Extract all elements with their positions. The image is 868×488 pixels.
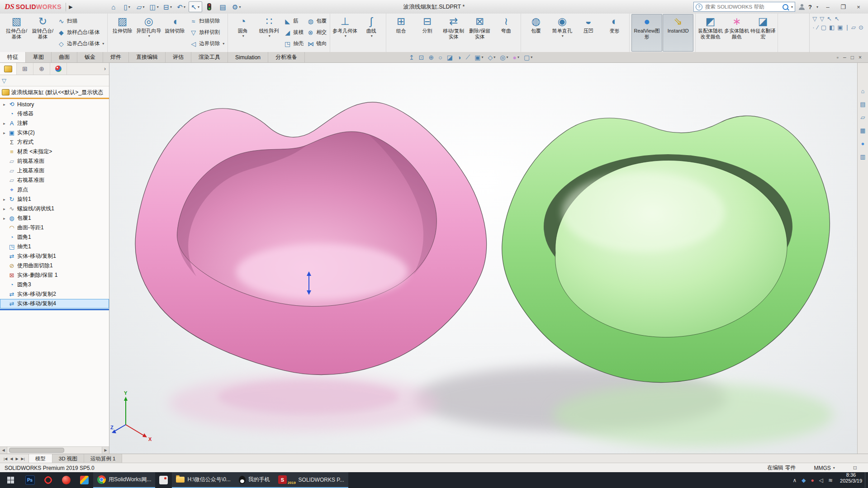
search-input[interactable] [704, 4, 781, 10]
dropdown-caret-icon[interactable]: ▾ [157, 5, 159, 9]
lofted-cut-button[interactable]: ▽放样切割 [188, 27, 226, 38]
shell-button[interactable]: ◳抽壳 [282, 38, 305, 49]
filter-clear-icon[interactable]: ▽ [812, 15, 817, 22]
viewport-canvas[interactable]: Y X Z [109, 63, 857, 454]
dropdown-caret-icon[interactable]: ▾ [269, 34, 270, 38]
draft-button[interactable]: ◢拔模 [282, 27, 305, 38]
ribbon-tab[interactable]: 草图 [26, 52, 52, 62]
green-ashtray-model[interactable] [502, 116, 830, 382]
close-button[interactable]: × [853, 4, 864, 10]
panel-horizontal-scrollbar[interactable]: ◀ ▶ [0, 446, 109, 454]
search-options-caret-icon[interactable]: ▾ [791, 5, 793, 9]
dropdown-caret-icon[interactable]: ▾ [493, 55, 495, 59]
security-icon[interactable]: ◆ [802, 477, 806, 483]
curves-button[interactable]: ∫曲线▾ [358, 14, 384, 52]
custom-properties-icon[interactable]: ▥ [860, 153, 865, 160]
select-cursor-button[interactable]: ↖▾ [189, 1, 202, 12]
revolved-boss-button[interactable]: ↻旋转凸台/基体 [30, 14, 56, 52]
previous-tab-icon[interactable]: ◀ [9, 457, 14, 461]
revolved-cut-button[interactable]: ◖旋转切除 [162, 14, 188, 52]
select-cursor-icon[interactable]: ↖ [827, 15, 832, 22]
dropdown-caret-icon[interactable]: ▾ [562, 34, 564, 38]
chrome-window-button[interactable]: 用SolidWorks网... [93, 472, 155, 488]
next-tab-icon[interactable]: ▶ [14, 457, 19, 461]
property-manager-tab-button[interactable]: ⊞ [17, 63, 33, 75]
freeze-bar[interactable] [0, 98, 109, 99]
volume-icon[interactable]: ◁ [819, 477, 823, 483]
filter-vertices-icon[interactable]: · [812, 24, 814, 31]
filter-axis-icon[interactable]: ∣ [846, 24, 849, 31]
document-tab[interactable]: 模型 [29, 454, 52, 463]
dropdown-caret-icon[interactable]: ▾ [102, 42, 104, 46]
expand-arrow-icon[interactable]: ▸ [1, 102, 8, 107]
scroll-right-icon[interactable]: ▶ [102, 447, 109, 454]
tree-item[interactable]: ⌖原点 [0, 185, 109, 194]
search-icon[interactable] [783, 4, 788, 10]
doc-close-button[interactable]: × [859, 54, 862, 61]
doc-minimize-button[interactable]: – [843, 54, 846, 61]
ribbon-tab[interactable]: Simulation [228, 52, 268, 62]
design-library-icon[interactable]: ▤ [860, 101, 865, 108]
wrap-button[interactable]: ◍包覆 [305, 15, 328, 27]
tree-item[interactable]: ▱前视基准面 [0, 156, 109, 166]
tree-item[interactable]: ◳抽壳1 [0, 242, 109, 251]
magnifier-button[interactable]: ○ [438, 54, 442, 61]
tree-item[interactable]: ◔传感器 [0, 109, 109, 118]
lofted-boss-button[interactable]: ◆放样凸台/基体 [56, 27, 105, 38]
help-search-box[interactable]: ? ▾ [693, 2, 795, 12]
tree-item[interactable]: ▱上视基准面 [0, 166, 109, 175]
dynamic-annotation-button[interactable]: ◑ [457, 54, 461, 61]
media-player-button[interactable] [39, 472, 57, 488]
tag-icon[interactable]: ⊡ [853, 465, 857, 471]
tree-item[interactable]: ▸▣实体(2) [0, 128, 109, 137]
new-file-button[interactable]: ▯▾ [121, 2, 133, 12]
tree-item[interactable]: ⊠实体-删除/保留 1 [0, 270, 109, 280]
dropdown-caret-icon[interactable]: ▾ [239, 5, 241, 9]
dropdown-caret-icon[interactable]: ▾ [198, 5, 199, 9]
tree-item[interactable]: ▸↻旋转1 [0, 194, 109, 204]
messaging-icon[interactable]: ● [811, 477, 814, 483]
extruded-cut-button[interactable]: ▨拉伸切除 [109, 14, 135, 52]
print-button[interactable]: ⊟▾ [161, 2, 174, 12]
tree-item[interactable]: ▸A注解 [0, 118, 109, 128]
feature-name-translate-macro-button[interactable]: ◪特征名翻译宏 [750, 14, 776, 52]
extruded-boss-button[interactable]: ▧拉伸凸台/基体 [4, 14, 29, 52]
ribbon-tab[interactable]: 评估 [166, 52, 191, 62]
file-explorer-icon[interactable]: ▱ [861, 114, 865, 121]
scroll-left-icon[interactable]: ◀ [0, 447, 7, 454]
tree-item[interactable]: ⇄实体-移动/复制4 [0, 299, 109, 308]
help-button[interactable]: ? [808, 4, 812, 10]
ribbon-tab[interactable]: 特征 [0, 52, 26, 62]
dock-window-button[interactable]: ▫ [837, 54, 839, 61]
tree-filter-row[interactable]: ▽ [0, 75, 109, 86]
edit-appearance-button[interactable]: ⟋ [465, 53, 470, 61]
resources-home-icon[interactable]: ⌂ [861, 88, 865, 95]
tree-item[interactable]: ▸∿螺旋线/涡状线1 [0, 204, 109, 213]
dropdown-caret-icon[interactable]: ▾ [128, 5, 130, 9]
hole-wizard-button[interactable]: ◎异型孔向导▾ [136, 14, 161, 52]
zoom-to-fit-button[interactable]: ↥ [409, 54, 414, 61]
configuration-manager-tab-button[interactable]: ⊕ [33, 63, 50, 75]
zoom-to-area-button[interactable]: ⊡ [419, 54, 424, 61]
lasso-selection-icon[interactable]: ↖ [835, 15, 840, 22]
undo-button[interactable]: ↶▾ [175, 2, 188, 12]
wrap-button[interactable]: ◍包覆 [523, 14, 549, 52]
realview-graphics-button[interactable]: ●RealView图形 [631, 14, 662, 52]
dropdown-caret-icon[interactable]: ▾ [223, 42, 224, 46]
tree-item[interactable]: ◔圆角3 [0, 280, 109, 289]
move-copy-bodies-button[interactable]: ⇄移动/复制实体 [441, 14, 466, 52]
rollback-bar[interactable] [0, 309, 109, 310]
expand-arrow-icon[interactable]: ▸ [1, 216, 8, 221]
dropdown-caret-icon[interactable]: ▾ [371, 34, 373, 38]
expand-arrow-icon[interactable]: ▸ [1, 121, 8, 126]
tree-item[interactable]: ▸◍包覆1 [0, 213, 109, 223]
options-list-button[interactable]: ▤ [217, 2, 229, 12]
panel-expand-chevron-icon[interactable]: › [101, 63, 109, 75]
restore-button[interactable]: ❐ [837, 4, 849, 10]
fillet-button[interactable]: ◔圆角▾ [230, 14, 256, 52]
section-view-button[interactable]: ◪ [447, 54, 453, 61]
swept-cut-button[interactable]: ≈扫描切除 [188, 15, 226, 27]
mirror-button[interactable]: ⋈镜向 [305, 38, 328, 49]
photoshop-button[interactable]: Ps [21, 472, 39, 488]
combine-bodies-button[interactable]: ⊞组合 [388, 14, 414, 52]
